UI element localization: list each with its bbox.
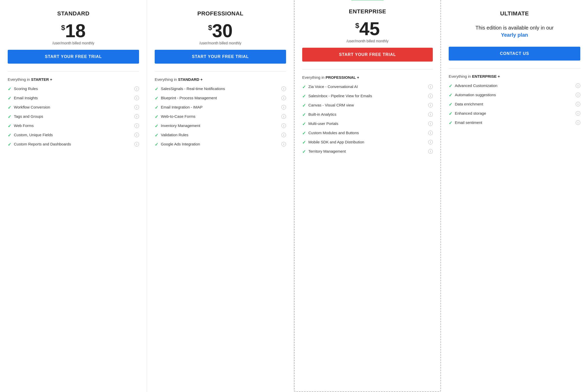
feature-text: Automation suggestions [455,92,573,97]
list-item: ✓ Custom, Unique Fields i [8,132,139,138]
feature-text: Email Integration - IMAP [161,105,279,110]
list-item: ✓ Canvas - Visual CRM view i [302,103,433,108]
list-item: ✓ Zia Voice - Conversational AI i [302,84,433,90]
feature-text: Mobile SDK and App Distribution [308,140,426,145]
check-icon: ✓ [8,142,11,147]
info-icon[interactable]: i [134,123,139,128]
list-item: ✓ Automation suggestions i [449,92,580,98]
list-item: ✓ Advanced Customization i [449,83,580,89]
list-item: ✓ Blueprint - Process Management i [155,95,286,101]
cta-enterprise[interactable]: START YOUR FREE TRIAL [302,48,433,62]
list-item: ✓ Google Ads Integration i [155,142,286,147]
cta-ultimate[interactable]: CONTACT US [449,47,580,61]
divider-enterprise [302,69,433,70]
list-item: ✓ SalesSignals - Real-time Notifications… [155,86,286,92]
feature-text: Advanced Customization [455,83,573,88]
info-icon[interactable]: i [134,133,139,137]
list-item: ✓ Enhanced storage i [449,111,580,116]
info-icon[interactable]: i [428,94,433,98]
feature-list-ultimate: ✓ Advanced Customization i ✓ Automation … [449,83,580,126]
list-item: ✓ Tags and Groups i [8,114,139,120]
info-icon[interactable]: i [281,96,286,100]
info-icon[interactable]: i [134,142,139,146]
plan-enterprise: MOST POPULAR ENTERPRISE $ 45 /user/month… [294,0,441,392]
info-icon[interactable]: i [428,103,433,107]
check-icon: ✓ [449,93,452,98]
feature-text: Tags and Groups [14,114,132,119]
feature-text: Google Ads Integration [161,142,279,147]
check-icon: ✓ [302,131,306,136]
price-billing-enterprise: /user/month billed monthly [347,39,388,43]
info-icon[interactable]: i [576,93,580,97]
plan-standard: STANDARD $ 18 /user/month billed monthly… [0,0,147,392]
price-dollar-enterprise: $ [355,22,359,30]
info-icon[interactable]: i [576,102,580,106]
plan-ultimate: ULTIMATE This edition is available only … [441,0,588,392]
list-item: ✓ SalesInbox - Pipeline View for Emails … [302,93,433,99]
check-icon: ✓ [302,103,306,108]
feature-text: Inventory Management [161,123,279,128]
info-icon[interactable]: i [428,131,433,135]
info-icon[interactable]: i [281,133,286,137]
feature-text: Canvas - Visual CRM view [308,103,426,108]
info-icon[interactable]: i [134,105,139,110]
feature-text: Data enrichment [455,102,573,107]
feature-text: Blueprint - Process Management [161,95,279,101]
info-icon[interactable]: i [281,86,286,91]
price-amount-enterprise: 45 [359,19,380,38]
feature-text: Enhanced storage [455,111,573,116]
info-icon[interactable]: i [134,86,139,91]
info-icon[interactable]: i [428,112,433,117]
info-icon[interactable]: i [576,111,580,116]
info-icon[interactable]: i [428,121,433,126]
includes-enterprise: Everything in PROFESSIONAL + [302,75,433,80]
check-icon: ✓ [302,121,306,127]
check-icon: ✓ [449,111,452,116]
info-icon[interactable]: i [281,142,286,146]
check-icon: ✓ [8,105,11,110]
info-icon[interactable]: i [428,140,433,144]
info-icon[interactable]: i [134,114,139,119]
feature-text: Validation Rules [161,132,279,138]
check-icon: ✓ [8,133,11,138]
pricing-grid: STANDARD $ 18 /user/month billed monthly… [0,0,588,392]
info-icon[interactable]: i [281,123,286,128]
list-item: ✓ Data enrichment i [449,102,580,107]
info-icon[interactable]: i [281,114,286,119]
price-billing-professional: /user/month billed monthly [199,41,241,45]
info-icon[interactable]: i [428,149,433,154]
yearly-plan-link[interactable]: Yearly plan [501,32,528,38]
price-dollar-standard: $ [61,24,65,32]
feature-text: Email sentiment [455,120,573,125]
feature-list-professional: ✓ SalesSignals - Real-time Notifications… [155,86,286,147]
cta-professional[interactable]: START YOUR FREE TRIAL [155,50,286,64]
list-item: ✓ Workflow Conversion i [8,105,139,110]
includes-professional: Everything in STANDARD + [155,77,286,82]
check-icon: ✓ [155,86,158,92]
feature-text: Workflow Conversion [14,105,132,110]
info-icon[interactable]: i [576,83,580,88]
check-icon: ✓ [302,149,306,154]
list-item: ✓ Custom Reports and Dashboards i [8,142,139,147]
plan-name-standard: STANDARD [8,10,139,17]
includes-standard: Everything in STARTER + [8,77,139,82]
list-item: ✓ Scoring Rules i [8,86,139,92]
check-icon: ✓ [449,120,452,126]
info-icon[interactable]: i [134,96,139,100]
most-popular-badge: MOST POPULAR [349,0,386,0]
feature-text: Territory Management [308,149,426,154]
info-icon[interactable]: i [281,105,286,110]
feature-text: Custom Modules and Buttons [308,130,426,135]
check-icon: ✓ [8,123,11,129]
check-icon: ✓ [155,96,158,101]
info-icon[interactable]: i [576,120,580,125]
price-block-ultimate: This edition is available only in our Ye… [449,22,580,42]
list-item: ✓ Mobile SDK and App Distribution i [302,140,433,145]
feature-list-standard: ✓ Scoring Rules i ✓ Email Insights i ✓ W… [8,86,139,147]
cta-standard[interactable]: START YOUR FREE TRIAL [8,50,139,64]
list-item: ✓ Email Insights i [8,95,139,101]
price-row-professional: $ 30 [208,22,233,40]
list-item: ✓ Custom Modules and Buttons i [302,130,433,136]
info-icon[interactable]: i [428,84,433,89]
feature-text: Custom Reports and Dashboards [14,142,132,147]
